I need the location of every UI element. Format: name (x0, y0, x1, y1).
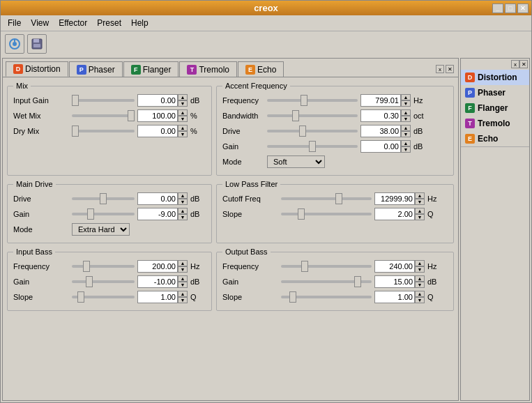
md-drive-down[interactable]: ▼ (178, 199, 188, 205)
wet-mix-up[interactable]: ▲ (178, 109, 188, 116)
af-drive-value[interactable]: 38.00 (360, 125, 401, 137)
input-gain-down[interactable]: ▼ (178, 100, 188, 107)
dry-mix-value[interactable]: 0.00 (137, 125, 178, 137)
md-gain-up[interactable]: ▲ (178, 208, 188, 214)
af-drive-down[interactable]: ▼ (401, 131, 411, 137)
ob-gain-up[interactable]: ▲ (415, 275, 425, 282)
menu-view[interactable]: View (26, 17, 53, 29)
sidebar-item-flanger[interactable]: F Flanger (461, 100, 529, 116)
af-drive-unit: dB (413, 127, 429, 135)
sidebar-close-button[interactable]: x (511, 60, 519, 68)
tab-distortion[interactable]: D Distortion (6, 61, 68, 77)
md-gain-value[interactable]: -9.00 (137, 208, 178, 220)
tab-flanger[interactable]: F Flanger (123, 61, 179, 77)
ob-slope-down[interactable]: ▼ (415, 297, 425, 303)
af-gain-slider[interactable] (267, 145, 358, 148)
input-gain-up[interactable]: ▲ (178, 94, 188, 100)
maximize-button[interactable]: □ (505, 3, 516, 13)
minimize-button[interactable]: _ (492, 3, 503, 13)
af-freq-down[interactable]: ▼ (401, 100, 411, 107)
wet-mix-slider[interactable] (72, 114, 135, 117)
sidebar-item-phaser[interactable]: P Phaser (461, 85, 529, 100)
ib-freq-down[interactable]: ▼ (178, 266, 188, 273)
md-gain-down[interactable]: ▼ (178, 214, 188, 220)
sidebar-item-echo[interactable]: E Echo (461, 131, 529, 146)
ob-gain-down[interactable]: ▼ (415, 282, 425, 288)
af-drive-up[interactable]: ▲ (401, 125, 411, 131)
svg-rect-4 (33, 39, 39, 43)
lpf-slope-up[interactable]: ▲ (415, 208, 425, 214)
wet-mix-down[interactable]: ▼ (178, 116, 188, 122)
lpf-cutoff-slider[interactable] (281, 197, 372, 200)
ib-gain-slider[interactable] (72, 280, 135, 283)
lpf-cutoff-down[interactable]: ▼ (415, 199, 425, 205)
af-bw-value[interactable]: 0.30 (360, 109, 401, 122)
af-mode-select[interactable]: Soft Hard Extra Hard (267, 155, 325, 168)
toolbar-save-button[interactable] (27, 34, 47, 54)
af-bw-down[interactable]: ▼ (401, 116, 411, 122)
ib-slope-value[interactable]: 1.00 (137, 291, 178, 303)
lpf-slope-value[interactable]: 2.00 (374, 208, 415, 220)
ib-gain-up[interactable]: ▲ (178, 275, 188, 282)
ob-gain-value[interactable]: 15.00 (374, 275, 415, 288)
ob-freq-value[interactable]: 240.00 (374, 260, 415, 273)
af-bw-up[interactable]: ▲ (401, 109, 411, 116)
sidebar-item-tremolo[interactable]: T Tremolo (461, 116, 529, 131)
ob-slope-value[interactable]: 1.00 (374, 291, 415, 303)
menu-file[interactable]: File (3, 17, 25, 29)
af-bw-slider[interactable] (267, 114, 358, 117)
ob-freq-slider[interactable] (281, 265, 372, 268)
ib-slope-up[interactable]: ▲ (178, 291, 188, 297)
tab-phaser[interactable]: P Phaser (69, 61, 123, 77)
ob-slope-up[interactable]: ▲ (415, 291, 425, 297)
lpf-cutoff-up[interactable]: ▲ (415, 192, 425, 199)
md-drive-value[interactable]: 0.00 (137, 192, 178, 205)
ib-gain-down[interactable]: ▼ (178, 282, 188, 288)
af-gain-up[interactable]: ▲ (401, 140, 411, 146)
input-gain-slider[interactable] (72, 99, 135, 102)
md-gain-slider[interactable] (72, 213, 135, 215)
lpf-slope-slider[interactable] (281, 213, 372, 215)
tab-echo[interactable]: E Echo (238, 61, 284, 77)
dry-mix-up[interactable]: ▲ (178, 125, 188, 131)
md-mode-select[interactable]: Soft Hard Extra Hard (72, 223, 130, 236)
af-freq-up[interactable]: ▲ (401, 94, 411, 100)
wet-mix-value[interactable]: 100.00 (137, 109, 178, 122)
toolbar-open-button[interactable] (5, 34, 24, 54)
md-drive-up[interactable]: ▲ (178, 192, 188, 199)
af-freq-value[interactable]: 799.01 (360, 94, 401, 107)
menu-help[interactable]: Help (127, 17, 153, 29)
lpf-cutoff-value[interactable]: 12999.90 (374, 192, 415, 205)
af-drive-slider[interactable] (267, 130, 358, 132)
sidebar-distortion-label: Distortion (478, 73, 517, 82)
ob-gain-slider[interactable] (281, 280, 372, 283)
input-gain-value[interactable]: 0.00 (137, 94, 178, 107)
md-gain-row: Gain -9.00 ▲ ▼ dB (13, 208, 206, 220)
tab-tremolo[interactable]: T Tremolo (179, 61, 237, 77)
af-gain-down[interactable]: ▼ (401, 146, 411, 153)
middle-row: Main Drive Drive 0.00 ▲ ▼ d (7, 180, 454, 243)
menu-effector[interactable]: Effector (54, 17, 91, 29)
titlebar: creox _ □ ✕ (1, 1, 531, 15)
panel-collapse-button[interactable]: x (436, 65, 444, 73)
ob-freq-down[interactable]: ▼ (415, 266, 425, 273)
af-gain-value[interactable]: 0.00 (360, 140, 401, 153)
menu-preset[interactable]: Preset (93, 17, 126, 29)
panel-close-button[interactable]: ✕ (446, 65, 454, 73)
ob-freq-up[interactable]: ▲ (415, 260, 425, 266)
sidebar-item-distortion[interactable]: D Distortion (461, 70, 529, 85)
ib-slope-down[interactable]: ▼ (178, 297, 188, 303)
af-freq-slider[interactable] (267, 99, 358, 102)
dry-mix-down[interactable]: ▼ (178, 131, 188, 137)
lpf-slope-down[interactable]: ▼ (415, 214, 425, 220)
ib-freq-slider[interactable] (72, 265, 135, 268)
dry-mix-slider[interactable] (72, 130, 135, 132)
sidebar-detach-button[interactable]: ✕ (519, 60, 528, 68)
close-button[interactable]: ✕ (517, 3, 529, 13)
ib-slope-slider[interactable] (72, 296, 135, 298)
ob-slope-slider[interactable] (281, 296, 372, 298)
md-drive-slider[interactable] (72, 197, 135, 200)
ib-freq-value[interactable]: 200.00 (137, 260, 178, 273)
ib-gain-value[interactable]: -10.00 (137, 275, 178, 288)
ib-freq-up[interactable]: ▲ (178, 260, 188, 266)
